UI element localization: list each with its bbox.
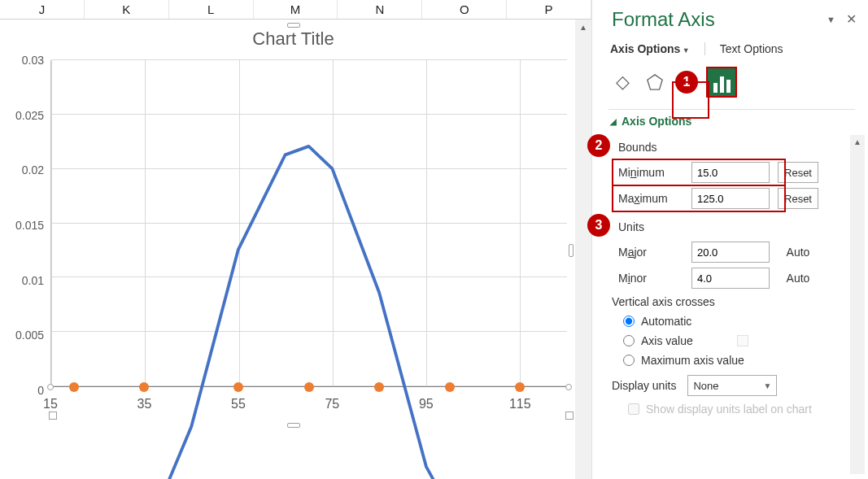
pane-scrollbar[interactable]: ▲: [850, 135, 865, 474]
data-marker: [233, 382, 243, 392]
y-tick-label: 0.015: [15, 219, 44, 232]
x-tick-label: 75: [325, 397, 339, 412]
units-label: Units: [618, 220, 644, 233]
effects-icon[interactable]: [643, 70, 667, 94]
fill-line-icon[interactable]: ◇: [610, 70, 635, 94]
x-tick-label: 35: [137, 397, 152, 412]
radio-max-axis-value[interactable]: [623, 355, 635, 366]
tab-text-options[interactable]: Text Options: [720, 42, 783, 55]
column-header[interactable]: K: [85, 0, 169, 19]
minor-unit-input[interactable]: [691, 268, 770, 289]
collapse-icon: ◢: [610, 117, 617, 126]
y-tick-label: 0.005: [15, 329, 44, 342]
major-label: Major: [610, 246, 683, 259]
column-header[interactable]: N: [338, 0, 422, 19]
reset-button[interactable]: Reset: [778, 162, 818, 183]
show-units-label-checkbox: [628, 403, 639, 415]
y-tick-label: 0.025: [15, 109, 44, 122]
minimum-label: Minimum: [610, 166, 683, 179]
axis-sel-handle[interactable]: [565, 384, 572, 390]
plot-area[interactable]: 00.0050.010.0150.020.0250.03 15355575951…: [3, 52, 583, 426]
x-tick-label: 15: [43, 397, 58, 412]
minor-label: Minor: [610, 272, 683, 285]
column-header[interactable]: M: [254, 0, 338, 19]
chart-object[interactable]: Chart Title 00.0050.010.0150.020.0250.03…: [3, 26, 583, 426]
data-marker: [374, 382, 384, 392]
data-marker: [304, 382, 314, 392]
display-units-label: Display units: [612, 379, 676, 392]
axis-value-input: [737, 335, 748, 346]
radio-axis-value[interactable]: [623, 335, 635, 346]
chart-resize-handle-bottom[interactable]: [287, 423, 300, 428]
display-units-select[interactable]: None▼: [687, 375, 777, 396]
radio-automatic[interactable]: [623, 316, 635, 327]
y-tick-label: 0.02: [22, 163, 44, 176]
scroll-up[interactable]: ▲: [575, 20, 591, 36]
column-header[interactable]: O: [422, 0, 507, 19]
y-tick-label: 0: [37, 384, 44, 397]
vert-cross-label: Vertical axis crosses: [612, 295, 868, 308]
y-tick-label: 0.03: [22, 54, 44, 67]
chart-title[interactable]: Chart Title: [3, 26, 583, 52]
x-tick-label: 115: [509, 397, 531, 412]
pane-options-dropdown[interactable]: ▼: [827, 15, 835, 24]
annotation-badge-3: 3: [587, 214, 610, 237]
y-tick-label: 0.01: [22, 274, 44, 287]
column-header[interactable]: L: [169, 0, 254, 19]
tab-axis-options[interactable]: Axis Options: [610, 42, 690, 55]
scroll-up-icon[interactable]: ▲: [850, 135, 865, 150]
auto-label: Auto: [778, 272, 818, 285]
data-marker: [515, 382, 525, 392]
bounds-label: Bounds: [618, 141, 656, 154]
chart-resize-handle-right[interactable]: [569, 244, 574, 257]
axis-options-icon[interactable]: [706, 67, 737, 98]
data-marker: [139, 382, 149, 392]
section-axis-options[interactable]: ◢ Axis Options: [610, 115, 868, 128]
close-icon[interactable]: ✕: [846, 11, 857, 27]
column-header[interactable]: P: [507, 0, 591, 19]
annotation-badge-2: 2: [587, 134, 610, 157]
vertical-scrollbar[interactable]: ▲: [575, 20, 591, 479]
reset-button[interactable]: Reset: [778, 188, 818, 209]
column-headers[interactable]: JKLMNOP: [0, 0, 591, 20]
format-axis-pane: Format Axis ▼ ✕ Axis Options Text Option…: [591, 0, 868, 479]
x-tick-label: 95: [419, 397, 434, 412]
svg-marker-0: [648, 75, 662, 89]
data-marker: [69, 382, 79, 392]
auto-label: Auto: [778, 246, 818, 259]
maximum-input[interactable]: [691, 188, 770, 209]
major-unit-input[interactable]: [691, 242, 770, 263]
chart-resize-handle-top[interactable]: [287, 23, 300, 28]
x-tick-label: 55: [231, 397, 246, 412]
annotation-badge-1: 1: [675, 71, 698, 94]
column-header[interactable]: J: [0, 0, 85, 19]
data-marker: [445, 382, 455, 392]
minimum-input[interactable]: [691, 162, 770, 183]
maximum-label: Maximum: [610, 192, 683, 205]
